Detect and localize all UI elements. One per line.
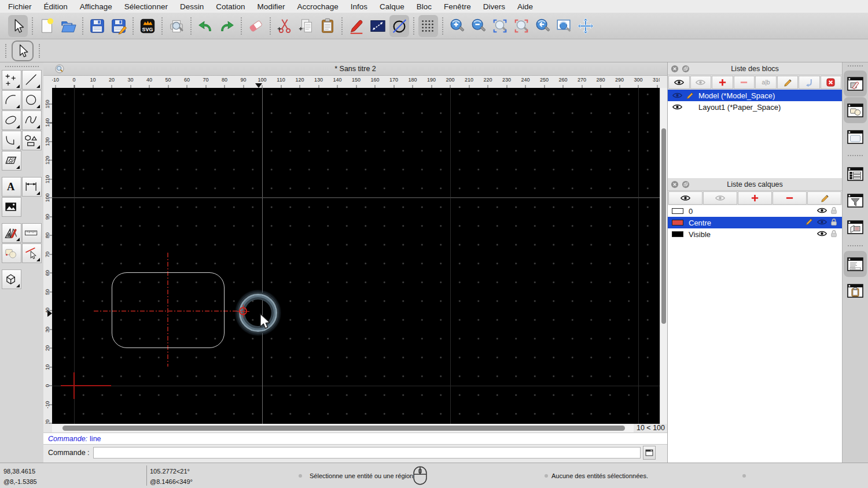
vertical-scrollbar-thumb[interactable] <box>661 128 666 324</box>
menu-item-dition[interactable]: Édition <box>44 2 68 11</box>
save-button[interactable] <box>87 15 107 37</box>
blocks-pencil-button[interactable] <box>777 76 799 89</box>
zoom-out-button[interactable] <box>469 15 488 37</box>
tool-dimension[interactable] <box>22 177 42 197</box>
layers-eye-button[interactable] <box>668 191 703 205</box>
dock-handle[interactable] <box>848 65 863 66</box>
tool-circle[interactable] <box>22 90 42 110</box>
tool-polygon[interactable] <box>22 131 42 150</box>
pencil-icon[interactable] <box>685 91 695 100</box>
open-folder-button[interactable] <box>58 15 78 37</box>
print-preview-button[interactable] <box>167 15 186 37</box>
blocks-eye-gray-button[interactable] <box>690 76 712 89</box>
zoom-window-button[interactable] <box>554 15 574 37</box>
paste-button[interactable] <box>318 15 337 37</box>
redo-button[interactable] <box>217 15 237 37</box>
toolbar-handle[interactable] <box>5 44 6 58</box>
menu-item-aide[interactable]: Aide <box>517 2 533 11</box>
tool-measure[interactable] <box>22 223 42 243</box>
list-widget-button[interactable] <box>844 161 867 187</box>
toolbar-handle[interactable] <box>39 44 40 58</box>
undo-button[interactable] <box>196 15 215 37</box>
menu-item-affichage[interactable]: Affichage <box>80 2 112 11</box>
layer-row[interactable]: Centre <box>668 217 842 228</box>
menu-item-bloc[interactable]: Bloc <box>417 2 432 11</box>
menu-item-calque[interactable]: Calque <box>380 2 404 11</box>
menu-item-divers[interactable]: Divers <box>483 2 505 11</box>
menu-item-dessin[interactable]: Dessin <box>180 2 204 11</box>
circle-attributes-button[interactable] <box>389 15 409 37</box>
blocks-insert-arrow-button[interactable] <box>799 76 820 89</box>
tool-block-edit[interactable] <box>2 243 21 263</box>
blocks-minus-light-button[interactable] <box>734 76 755 89</box>
tool-solid-3d[interactable] <box>2 269 21 289</box>
tool-spline[interactable] <box>22 110 42 130</box>
select-arrow-button[interactable] <box>8 15 28 37</box>
zoom-redraw-button[interactable] <box>512 15 531 37</box>
blocks-eye-button[interactable] <box>668 76 690 89</box>
layers-plus-button[interactable] <box>738 191 772 205</box>
zoom-in-button[interactable] <box>447 15 467 37</box>
menu-item-slectionner[interactable]: Sélectionner <box>124 2 168 11</box>
tool-select-delete[interactable] <box>22 243 42 263</box>
tool-text[interactable]: A <box>2 177 21 197</box>
document-titlebar[interactable]: * Sans titre 2 <box>43 62 667 76</box>
clipboard-widget-button[interactable] <box>844 278 867 304</box>
zoom-pan-button[interactable] <box>576 15 595 37</box>
block-row[interactable]: Model (*Model_Space) <box>668 90 842 101</box>
cut-button[interactable] <box>275 15 295 37</box>
tool-arc[interactable] <box>2 90 21 110</box>
command-detach-button[interactable] <box>643 446 656 460</box>
eraser-button[interactable] <box>246 15 266 37</box>
lock-icon[interactable] <box>830 206 837 216</box>
snap-grid-button[interactable] <box>418 15 438 37</box>
tool-polyline[interactable] <box>2 131 21 150</box>
layers-eye-gray-button[interactable] <box>703 191 737 205</box>
palette-handle[interactable] <box>5 66 39 67</box>
rounded-rectangle-entity[interactable] <box>112 272 225 348</box>
block-row[interactable]: Layout1 (*Paper_Space) <box>668 101 842 113</box>
zoom-previous-button[interactable] <box>533 15 553 37</box>
tool-modify[interactable] <box>2 223 21 243</box>
lock-icon[interactable] <box>830 230 837 239</box>
new-file-button[interactable] <box>37 15 57 37</box>
svg-export-button[interactable]: SVG <box>138 15 157 37</box>
tool-ellipse[interactable] <box>2 110 21 130</box>
menu-item-accrochage[interactable]: Accrochage <box>297 2 338 11</box>
command-widget-button[interactable] <box>844 251 867 277</box>
menu-item-fichier[interactable]: Fichier <box>8 2 32 11</box>
tool-hatch[interactable] <box>2 151 21 171</box>
tool-image[interactable] <box>2 197 21 217</box>
drawing-canvas[interactable] <box>52 88 660 424</box>
save-as-button[interactable] <box>109 15 128 37</box>
library-widget-button[interactable] <box>844 71 867 97</box>
float-icon[interactable] <box>682 65 690 73</box>
menu-item-infos[interactable]: Infos <box>351 2 367 11</box>
vertical-scrollbar[interactable] <box>660 88 667 424</box>
layers-minus-button[interactable] <box>773 191 807 205</box>
horizontal-scrollbar-thumb[interactable] <box>62 426 625 431</box>
line-attributes-button[interactable] <box>368 15 388 37</box>
blocks-plus-button[interactable] <box>712 76 733 89</box>
layer-row[interactable]: Visible <box>668 228 842 240</box>
menu-item-cotation[interactable]: Cotation <box>216 2 245 11</box>
plain-widget-button[interactable] <box>844 124 867 150</box>
zoom-auto-button[interactable] <box>490 15 510 37</box>
layer-row[interactable]: 0 <box>668 205 842 217</box>
eye-icon[interactable] <box>817 207 827 216</box>
menu-item-modifier[interactable]: Modifier <box>257 2 285 11</box>
eye-icon[interactable] <box>672 103 682 110</box>
select-tool-button[interactable] <box>12 40 34 61</box>
eye-icon[interactable] <box>817 230 827 239</box>
tool-points[interactable] <box>2 70 21 90</box>
layers-pencil-button[interactable] <box>807 191 841 205</box>
close-icon[interactable] <box>671 180 679 188</box>
menu-item-fentre[interactable]: Fenêtre <box>444 2 471 11</box>
horizontal-scrollbar[interactable] <box>52 424 634 432</box>
close-icon[interactable] <box>671 65 679 73</box>
copy-button[interactable] <box>296 15 316 37</box>
filter-widget-button[interactable] <box>844 187 867 213</box>
lock-icon[interactable] <box>830 218 837 228</box>
eye-icon[interactable] <box>817 219 827 227</box>
blocks-rename-button[interactable]: a|b <box>755 76 777 89</box>
